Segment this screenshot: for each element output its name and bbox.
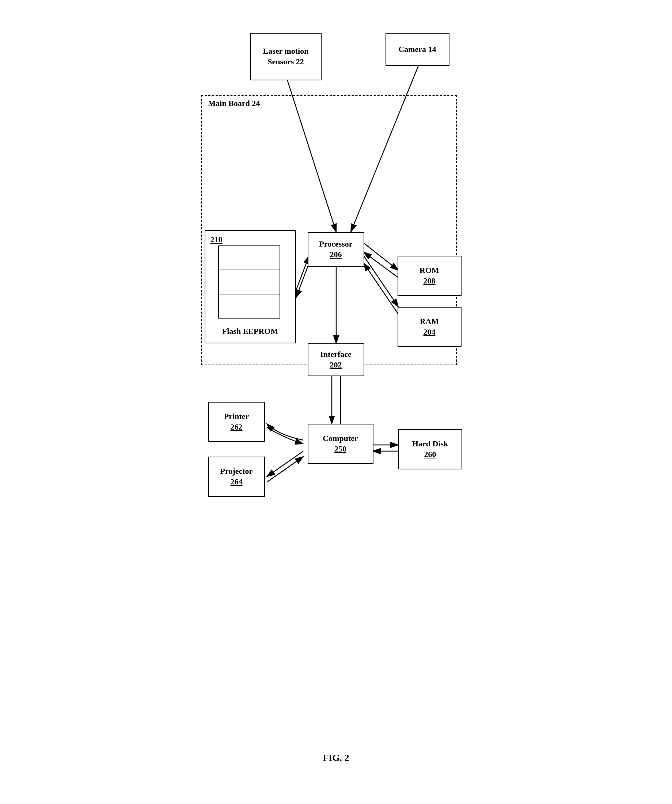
figure-caption: FIG. 2 [175,752,497,763]
flash-eeprom-label: Flash EEPROM [205,326,295,337]
laser-sensors-box: Laser motion Sensors 22 [250,33,322,80]
processor-num: 206 [330,250,342,260]
interface-num: 202 [330,360,342,370]
rom-label: ROM [420,265,439,276]
printer-label: Printer [224,411,249,422]
rom-num: 208 [423,276,436,286]
laser-sensors-num: Sensors 22 [268,57,304,67]
projector-num: 264 [231,477,243,487]
ram-num: 204 [423,327,436,338]
svg-line-17 [267,457,303,482]
interface-label: Interface [320,349,352,360]
ram-label: RAM [420,316,439,327]
interface-box: Interface 202 [308,343,364,376]
processor-box: Processor 206 [308,232,364,267]
projector-label: Projector [220,466,253,477]
printer-num: 262 [231,422,243,433]
hard-disk-num: 260 [424,449,436,460]
hard-disk-box: Hard Disk 260 [398,429,462,469]
projector-box: Projector 264 [208,457,265,497]
flash-eeprom-box: 210 Flash EEPROM [204,230,296,343]
printer-box: Printer 262 [208,402,265,442]
rom-box: ROM 208 [397,256,461,296]
computer-box: Computer 250 [308,424,373,464]
svg-line-16 [267,451,303,477]
computer-num: 250 [334,444,347,454]
ram-box: RAM 204 [397,307,461,347]
camera-box: Camera 14 [386,33,450,66]
main-board-label: Main Board 24 [208,99,260,108]
hard-disk-label: Hard Disk [412,439,448,449]
camera-label: Camera 14 [398,44,436,55]
processor-label: Processor [319,239,352,250]
flash-eeprom-num: 210 [211,235,222,245]
computer-label: Computer [323,433,358,444]
laser-sensors-label: Laser motion [263,46,309,57]
